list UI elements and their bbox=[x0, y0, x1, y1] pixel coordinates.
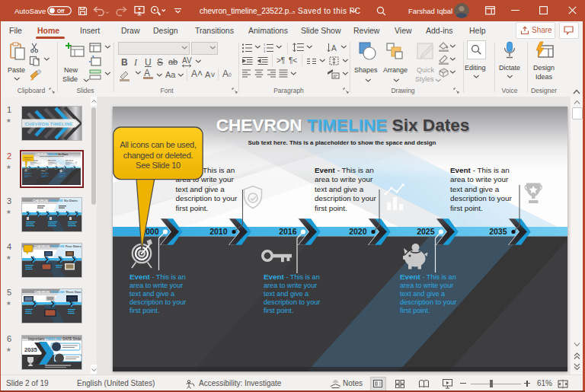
svg-text:first point.: first point. bbox=[450, 204, 483, 212]
svg-text:description to your: description to your bbox=[400, 298, 456, 306]
svg-text:Event - This is an: Event - This is an bbox=[315, 166, 374, 174]
svg-text:A: A bbox=[331, 44, 337, 53]
svg-text:CHEVRON TIMELINE: CHEVRON TIMELINE bbox=[25, 122, 73, 126]
svg-text:2025: 2025 bbox=[417, 227, 435, 236]
svg-text:2035: 2035 bbox=[24, 346, 37, 353]
svg-text:area to write your: area to write your bbox=[400, 282, 453, 289]
svg-text:CHEVRON TIMELINE Four Dates: CHEVRON TIMELINE Four Dates bbox=[34, 244, 82, 248]
svg-text:description to your: description to your bbox=[264, 298, 320, 306]
svg-text:area to write your: area to write your bbox=[315, 175, 373, 183]
svg-text:2016: 2016 bbox=[279, 227, 297, 236]
svg-text:first point.: first point. bbox=[400, 307, 430, 314]
svg-text:Event - This is an: Event - This is an bbox=[400, 272, 456, 281]
svg-text:Off: Off bbox=[57, 8, 65, 14]
svg-text:Event - This is an: Event - This is an bbox=[264, 272, 320, 281]
svg-text:first point.: first point. bbox=[315, 204, 347, 212]
svg-text:2020: 2020 bbox=[349, 227, 367, 236]
svg-text:text and give a: text and give a bbox=[450, 185, 500, 193]
svg-text:Important TIMELINE DATE Slide: Important TIMELINE DATE Slide 1 bbox=[28, 337, 82, 341]
svg-text:Event - This is an: Event - This is an bbox=[450, 166, 510, 174]
svg-text:Sub text here. This is a place: Sub text here. This is a placeholder to … bbox=[248, 139, 436, 146]
svg-text:text and give a: text and give a bbox=[176, 185, 225, 193]
svg-text:area to write your: area to write your bbox=[129, 282, 183, 289]
svg-text:first point.: first point. bbox=[176, 204, 209, 212]
svg-text:text and give a: text and give a bbox=[315, 185, 364, 193]
svg-text:changed or deleted.: changed or deleted. bbox=[123, 151, 193, 160]
svg-text:area to write your: area to write your bbox=[264, 282, 317, 289]
svg-text:description to your: description to your bbox=[450, 194, 512, 202]
svg-text:text and give a: text and give a bbox=[129, 290, 175, 298]
svg-text:area to write your: area to write your bbox=[450, 175, 509, 183]
svg-text:text and give a: text and give a bbox=[264, 290, 309, 298]
svg-text:description to your: description to your bbox=[129, 298, 186, 306]
svg-text:See Slide 10: See Slide 10 bbox=[136, 161, 181, 170]
svg-text:first point.: first point. bbox=[129, 307, 159, 314]
svg-text:description to your: description to your bbox=[176, 194, 238, 202]
svg-text:Event - This is an: Event - This is an bbox=[129, 272, 186, 281]
svg-text:CHEVRON TIMELINE Six Dates: CHEVRON TIMELINE Six Dates bbox=[216, 116, 470, 135]
svg-text:first point.: first point. bbox=[264, 307, 293, 314]
svg-text:description to your: description to your bbox=[315, 194, 376, 202]
svg-text:2010: 2010 bbox=[209, 227, 228, 236]
svg-text:2035: 2035 bbox=[489, 227, 507, 236]
svg-text:3: 3 bbox=[264, 49, 266, 53]
svg-text:CHEVRON TIMELINE Three Dates: CHEVRON TIMELINE Three Dates bbox=[34, 290, 82, 294]
svg-text:All icons can be used,: All icons can be used, bbox=[120, 140, 197, 149]
svg-text:CHEVRON TIMELINE Six Dates: CHEVRON TIMELINE Six Dates bbox=[33, 199, 78, 202]
svg-text:text and give a: text and give a bbox=[400, 290, 446, 298]
